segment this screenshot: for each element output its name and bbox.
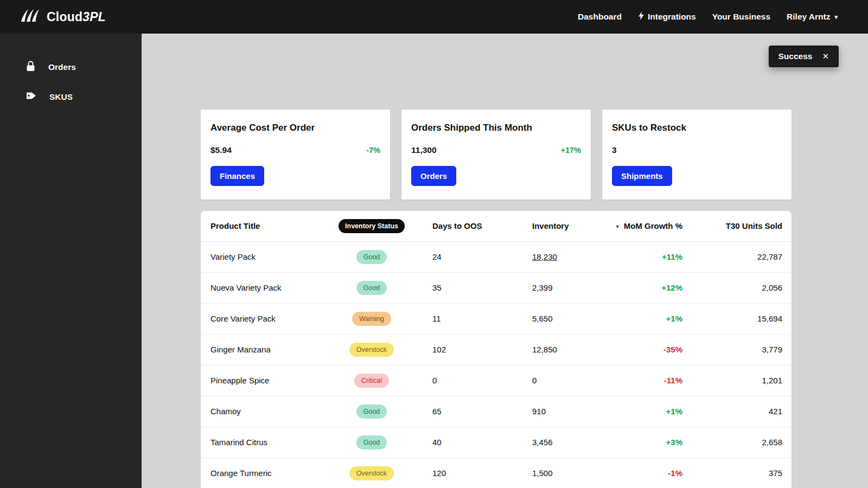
growth-value: -35% xyxy=(663,345,682,354)
table-row: ChamoyGood65910+1%421 xyxy=(201,396,792,427)
top-bar: Cloud3PL Dashboard Integrations Your Bus… xyxy=(0,0,868,34)
close-icon[interactable]: ✕ xyxy=(822,52,829,61)
header-inventory[interactable]: Inventory xyxy=(515,211,608,241)
card-value: 3 xyxy=(612,145,617,155)
card-average-cost: Average Cost Per Order $5.94 -7% Finance… xyxy=(201,110,390,200)
product-title-cell: Orange Turmeric xyxy=(201,458,331,488)
status-cell: Good xyxy=(331,427,412,458)
logo-waves-icon xyxy=(21,9,41,24)
status-cell: Overstock xyxy=(331,334,412,365)
sidebar-item-label: Orders xyxy=(48,62,76,72)
header-mom-growth[interactable]: ▼MoM Growth % xyxy=(608,211,682,241)
mom-growth-cell: +12% xyxy=(608,272,682,303)
growth-value: +3% xyxy=(666,438,682,447)
product-title-cell: Core Variety Pack xyxy=(201,303,331,334)
lightning-icon xyxy=(638,11,644,22)
toast-label: Success xyxy=(778,52,813,61)
status-cell: Critical xyxy=(331,365,412,396)
nav-integrations[interactable]: Integrations xyxy=(638,11,696,22)
nav-dashboard[interactable]: Dashboard xyxy=(578,12,622,22)
mom-growth-cell: +3% xyxy=(608,427,682,458)
days-to-oos-cell: 11 xyxy=(412,303,515,334)
status-badge: Warning xyxy=(352,312,391,326)
table-row: Ginger ManzanaOverstock10212,850-35%3,77… xyxy=(201,334,792,365)
finances-button[interactable]: Finances xyxy=(210,166,264,186)
mom-growth-cell: -11% xyxy=(608,365,682,396)
product-title-cell: Variety Pack xyxy=(201,241,331,272)
product-title-cell: Chamoy xyxy=(201,396,331,427)
growth-value: -1% xyxy=(668,468,682,478)
t30-units-cell: 375 xyxy=(682,458,792,488)
card-skus-restock: SKUs to Restock 3 Shipments xyxy=(602,110,792,200)
sidebar-item-orders[interactable]: Orders xyxy=(0,52,142,82)
table-header-row: Product Title Inventory Status Days to O… xyxy=(201,211,792,241)
card-delta: -7% xyxy=(366,146,380,155)
growth-value: +1% xyxy=(666,407,682,416)
inventory-table: Product Title Inventory Status Days to O… xyxy=(201,211,792,488)
growth-value: +12% xyxy=(661,283,682,292)
card-orders-shipped: Orders Shipped This Month 11,300 +17% Or… xyxy=(401,110,591,200)
product-title-cell: Pineapple Spice xyxy=(201,365,331,396)
product-title-cell: Nueva Variety Pack xyxy=(201,272,331,303)
growth-value: +1% xyxy=(666,314,682,323)
header-days-to-oos[interactable]: Days to OOS xyxy=(412,211,515,241)
header-product-title: Product Title xyxy=(201,211,331,241)
mom-growth-cell: -1% xyxy=(608,458,682,488)
status-badge: Overstock xyxy=(349,343,394,357)
inventory-cell: 12,850 xyxy=(515,334,608,365)
card-value: $5.94 xyxy=(210,145,232,155)
tag-icon xyxy=(26,91,36,102)
table-row: Orange TurmericOverstock1201,500-1%375 xyxy=(201,458,792,488)
lock-icon xyxy=(26,61,35,74)
chevron-down-icon: ▾ xyxy=(834,14,838,21)
t30-units-cell: 1,201 xyxy=(682,365,792,396)
brand-name: Cloud3PL xyxy=(47,10,106,24)
top-nav: Dashboard Integrations Your Business Ril… xyxy=(578,11,838,22)
t30-units-cell: 2,658 xyxy=(682,427,792,458)
nav-your-business[interactable]: Your Business xyxy=(712,12,770,22)
mom-growth-cell: +11% xyxy=(608,241,682,272)
days-to-oos-cell: 35 xyxy=(412,272,515,303)
growth-value: +11% xyxy=(662,252,682,261)
dashboard-content: Average Cost Per Order $5.94 -7% Finance… xyxy=(201,110,792,488)
inventory-cell: 1,500 xyxy=(515,458,608,488)
t30-units-cell: 15,694 xyxy=(682,303,792,334)
inventory-status-pill[interactable]: Inventory Status xyxy=(339,219,405,233)
t30-units-cell: 3,779 xyxy=(682,334,792,365)
table-row: Core Variety PackWarning115,650+1%15,694 xyxy=(201,303,792,334)
card-title: Orders Shipped This Month xyxy=(411,123,581,133)
status-cell: Overstock xyxy=(331,458,412,488)
status-cell: Good xyxy=(331,396,412,427)
sidebar-item-skus[interactable]: SKUS xyxy=(0,82,142,111)
t30-units-cell: 22,787 xyxy=(682,241,792,272)
status-cell: Warning xyxy=(331,303,412,334)
status-badge: Good xyxy=(356,435,387,450)
status-badge: Good xyxy=(356,250,387,264)
days-to-oos-cell: 120 xyxy=(412,458,515,488)
status-badge: Overstock xyxy=(349,466,394,480)
days-to-oos-cell: 102 xyxy=(412,334,515,365)
inventory-table-card: Product Title Inventory Status Days to O… xyxy=(201,211,792,488)
days-to-oos-cell: 24 xyxy=(412,241,515,272)
mom-growth-cell: +1% xyxy=(608,396,682,427)
inventory-cell: 5,650 xyxy=(515,303,608,334)
inventory-link[interactable]: 18,230 xyxy=(532,252,557,261)
inventory-cell: 910 xyxy=(515,396,608,427)
table-row: Tamarind CitrusGood403,456+3%2,658 xyxy=(201,427,792,458)
inventory-cell: 0 xyxy=(515,365,608,396)
growth-value: -11% xyxy=(664,376,682,385)
header-t30-units-sold[interactable]: T30 Units Sold xyxy=(682,211,792,241)
stat-cards: Average Cost Per Order $5.94 -7% Finance… xyxy=(201,110,792,200)
mom-growth-cell: -35% xyxy=(608,334,682,365)
t30-units-cell: 2,056 xyxy=(682,272,792,303)
inventory-cell: 2,399 xyxy=(515,272,608,303)
product-title-cell: Ginger Manzana xyxy=(201,334,331,365)
orders-button[interactable]: Orders xyxy=(411,166,456,186)
nav-user-menu[interactable]: Riley Arntz▾ xyxy=(787,12,838,22)
shipments-button[interactable]: Shipments xyxy=(612,166,672,186)
inventory-cell: 3,456 xyxy=(515,427,608,458)
status-badge: Good xyxy=(356,404,387,419)
header-inventory-status[interactable]: Inventory Status xyxy=(331,211,412,241)
inventory-cell: 18,230 xyxy=(515,241,608,272)
brand-logo[interactable]: Cloud3PL xyxy=(21,9,106,24)
